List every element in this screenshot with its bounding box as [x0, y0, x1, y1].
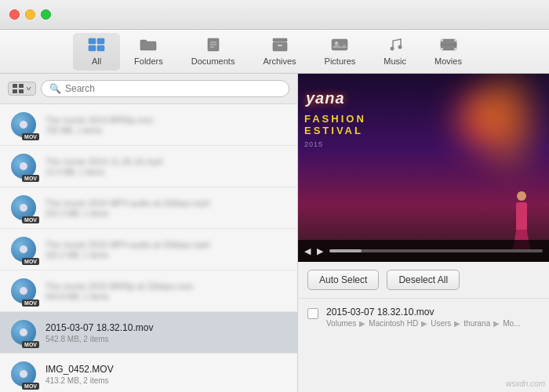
list-item[interactable]: MOV The movie 2015 BRRip at 32kbps.mov 5…: [0, 270, 297, 312]
file-meta: 544.8 MB, 1 items: [45, 292, 288, 301]
play-button[interactable]: ▶: [317, 246, 323, 256]
minimize-button[interactable]: [25, 9, 35, 20]
file-detail: 2015-03-07 18.32.10.mov Volumes ▶ Macint…: [298, 299, 549, 392]
tab-archives[interactable]: Archives: [249, 33, 310, 71]
file-name: The movie 2015 MP4 audio at 32kbps.mp4: [45, 198, 288, 208]
tab-all-label: All: [92, 56, 101, 66]
tab-documents-label: Documents: [191, 56, 235, 66]
tab-pictures[interactable]: Pictures: [311, 33, 370, 71]
file-info: The movie 2015 MP4 audio at 32kbps.mp4 2…: [45, 198, 288, 218]
scene: yana FASHION ESTIVAL 2015: [298, 74, 549, 262]
path-sep-0: ▶: [359, 319, 365, 328]
tab-movies[interactable]: Movies: [420, 33, 476, 71]
detail-checkbox[interactable]: [307, 308, 318, 319]
file-info: The movie 2014 11.26.16.mp4 12.4 MB, 1 i…: [45, 157, 288, 176]
file-info: IMG_0452.MOV 413.2 MB, 2 items: [45, 364, 288, 385]
path-sep-1: ▶: [421, 319, 427, 328]
tab-pictures-label: Pictures: [325, 56, 356, 66]
file-name: IMG_0452.MOV: [45, 364, 288, 375]
titlebar: [0, 0, 549, 30]
file-icon: MOV: [9, 194, 38, 222]
spotlight-3: [471, 97, 502, 129]
file-info: The movie 2015 BRRip at 32kbps.mov 544.8…: [45, 281, 288, 301]
search-input[interactable]: [65, 83, 281, 94]
file-meta: 202.2 MB, 1 items: [45, 251, 288, 260]
main-content: 🔍 MOV The movie 2014 BRRip.mov 700 MB, 1…: [0, 74, 549, 392]
path-sep-3: ▶: [493, 319, 500, 328]
svg-point-13: [390, 46, 394, 50]
svg-rect-9: [273, 42, 287, 51]
pictures-icon: [331, 38, 348, 54]
path-sep-2: ▶: [454, 319, 460, 328]
file-icon: MOV: [9, 318, 38, 347]
svg-rect-1: [97, 38, 104, 44]
path-part-3: thurana: [464, 319, 490, 328]
file-icon: MOV: [9, 235, 38, 263]
view-toggle[interactable]: [8, 82, 36, 96]
tab-documents[interactable]: Documents: [177, 33, 249, 71]
video-preview: yana FASHION ESTIVAL 2015 ◀ ▶: [298, 74, 549, 262]
deselect-all-button[interactable]: Deselect All: [387, 270, 460, 290]
auto-select-button[interactable]: Auto Select: [307, 270, 379, 290]
prev-button[interactable]: ◀: [304, 246, 311, 256]
path-part-2: Users: [431, 319, 451, 328]
tab-folders[interactable]: Folders: [120, 33, 177, 71]
file-meta: 202.2 MB, 1 items: [45, 209, 288, 218]
detail-filename: 2015-03-07 18.32.10.mov: [326, 307, 540, 318]
tab-archives-label: Archives: [263, 56, 296, 66]
maximize-button[interactable]: [41, 9, 51, 20]
file-list: MOV The movie 2014 BRRip.mov 700 MB, 1 i…: [0, 104, 297, 392]
svg-rect-0: [89, 38, 96, 44]
right-panel: yana FASHION ESTIVAL 2015 ◀ ▶: [298, 74, 549, 392]
file-icon: MOV: [9, 152, 38, 180]
file-icon: MOV: [9, 277, 38, 305]
file-name: The movie 2015 MP4 audio at 32kbps.mp4: [45, 240, 288, 249]
svg-rect-11: [332, 39, 347, 50]
figure: [510, 191, 533, 246]
list-item[interactable]: MOV The movie 2015 MP4 audio at 32kbps.m…: [0, 187, 297, 229]
movies-icon: [440, 38, 457, 54]
fashion-text: FASHION ESTIVAL: [304, 113, 366, 136]
file-meta: 700 MB, 1 items: [45, 126, 288, 135]
archives-icon: [271, 38, 289, 54]
file-icon: MOV: [9, 360, 38, 388]
file-meta: 542.8 MB, 2 items: [45, 335, 288, 343]
close-button[interactable]: [9, 9, 20, 20]
svg-rect-21: [13, 84, 17, 88]
svg-rect-10: [278, 45, 282, 46]
file-name: The movie 2015 BRRip at 32kbps.mov: [45, 281, 288, 291]
traffic-lights: [9, 9, 51, 20]
list-item[interactable]: MOV The movie 2014 11.26.16.mp4 12.4 MB,…: [0, 146, 297, 187]
svg-rect-3: [97, 45, 104, 51]
tab-all[interactable]: All: [73, 33, 120, 71]
search-input-wrap: 🔍: [41, 80, 289, 97]
svg-rect-23: [13, 89, 17, 93]
tab-movies-label: Movies: [434, 56, 462, 66]
toolbar: All Folders Documents Arch: [0, 30, 549, 74]
path-part-4: Mo...: [503, 319, 520, 328]
progress-bar[interactable]: [329, 249, 543, 252]
tab-music-label: Music: [384, 56, 406, 66]
year-text: 2015: [304, 140, 323, 148]
list-item[interactable]: MOV The movie 2014 BRRip.mov 700 MB, 1 i…: [0, 104, 297, 146]
tab-music[interactable]: Music: [369, 33, 420, 71]
detail-row: 2015-03-07 18.32.10.mov Volumes ▶ Macint…: [307, 307, 540, 328]
file-name: The movie 2014 11.26.16.mp4: [45, 157, 288, 166]
svg-rect-22: [19, 84, 24, 88]
file-meta: 413.2 MB, 2 items: [45, 376, 288, 385]
list-item-selected[interactable]: MOV 2015-03-07 18.32.10.mov 542.8 MB, 2 …: [0, 312, 297, 354]
folders-icon: [140, 38, 157, 54]
all-icon: [88, 38, 105, 54]
figure-body: [516, 202, 527, 230]
path-part-0: Volumes: [326, 319, 356, 328]
video-controls: ◀ ▶: [298, 240, 549, 262]
svg-rect-17: [454, 39, 456, 42]
file-name: 2015-03-07 18.32.10.mov: [45, 322, 288, 333]
file-name: The movie 2014 BRRip.mov: [45, 115, 288, 125]
list-item[interactable]: MOV The movie 2015 MP4 audio at 32kbps.m…: [0, 229, 297, 270]
watermark: wsxdn.com: [506, 379, 545, 388]
svg-rect-2: [89, 45, 96, 51]
list-item[interactable]: MOV IMG_0452.MOV 413.2 MB, 2 items: [0, 354, 297, 392]
fashion-label: FASHION: [304, 113, 366, 125]
detail-info: 2015-03-07 18.32.10.mov Volumes ▶ Macint…: [326, 307, 540, 328]
